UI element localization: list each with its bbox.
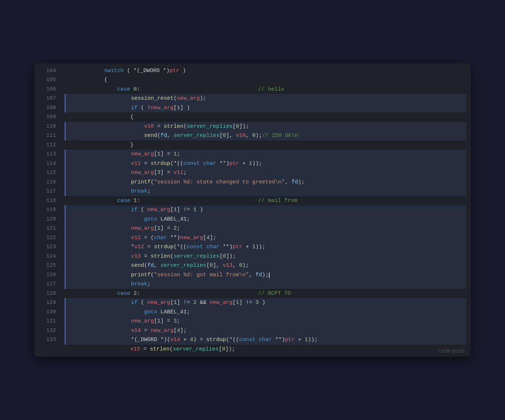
watermark: CSDN @z1r0. [438, 349, 466, 354]
line-number: 126 [39, 270, 56, 280]
line-number: 131 [39, 317, 56, 326]
code-line-118: case 1: // mail from [65, 196, 466, 206]
code-line-104: switch ( *(_DWORD *)ptr ) [65, 66, 466, 76]
line-number: 106 [39, 85, 56, 94]
line-number: 112 [39, 140, 56, 150]
code-line-121: new_arg[1] = 2; [65, 224, 466, 233]
line-number: 122 [39, 233, 56, 243]
code-container: 104 105 106 107 108 109 110 111 112 113 … [34, 63, 471, 357]
code-line-132: v14 = new_arg[4]; [65, 326, 466, 336]
line-number: 105 [39, 75, 56, 85]
code-line-134: v15 = strlen(server_replies[0]); [65, 345, 466, 354]
line-number: 133 [39, 335, 56, 345]
line-number: 109 [39, 112, 56, 122]
line-number: 111 [39, 131, 56, 140]
line-number: 120 [39, 215, 56, 224]
code-line-116: printf("session %d: state changed to gre… [65, 178, 466, 187]
line-number: 107 [39, 94, 56, 103]
line-number [39, 345, 56, 354]
code-line-133: *(_DWORD *)(v14 + 4) = strdup(*((const c… [65, 335, 466, 345]
code-line-131: new_arg[1] = 3; [65, 317, 466, 326]
code-line-109: { [65, 112, 466, 122]
code-line-128: case 2: // RCPT TO [65, 289, 466, 298]
line-number: 113 [39, 150, 56, 159]
code-line-120: goto LABEL_41; [65, 215, 466, 224]
line-numbers: 104 105 106 107 108 109 110 111 112 113 … [34, 66, 60, 354]
line-number: 118 [39, 196, 56, 206]
code-line-124: v13 = strlen(server_replies[0]); [65, 252, 466, 261]
code-line-111: send(fd, server_replies[0], v10, 0);// 2… [65, 131, 466, 140]
line-number: 129 [39, 298, 56, 308]
code-line-106: case 0: // hello [65, 85, 466, 94]
code-line-105: { [65, 75, 466, 85]
line-number: 119 [39, 205, 56, 215]
code-line-130: goto LABEL_41; [65, 308, 466, 317]
line-number: 104 [39, 66, 56, 76]
line-number: 125 [39, 261, 56, 270]
line-number: 121 [39, 224, 56, 233]
line-number: 108 [39, 103, 56, 113]
code-line-117: break; [65, 187, 466, 196]
line-number: 117 [39, 187, 56, 196]
code-line-127: break; [65, 280, 466, 289]
code-line-107: session_reset(new_arg); [65, 94, 466, 103]
code-line-119: if ( new_arg[1] != 1 ) [65, 205, 466, 215]
code-line-129: if ( new_arg[1] != 2 && new_arg[1] != 3 … [65, 298, 466, 308]
line-number: 127 [39, 280, 56, 289]
code-line-126: printf("session %d: got mail from\n", fd… [65, 270, 466, 280]
code-line-114: v11 = strdup(*((const char **)ptr + 1)); [65, 159, 466, 169]
editor-window: 104 105 106 107 108 109 110 111 112 113 … [34, 63, 471, 357]
code-line-112: } [65, 140, 466, 150]
code-lines[interactable]: switch ( *(_DWORD *)ptr ) { case 0: // h… [60, 66, 471, 354]
code-line-123: *v12 = strdup(*((const char **)ptr + 1))… [65, 242, 466, 252]
code-line-110: v10 = strlen(server_replies[0]); [65, 122, 466, 131]
line-number: 114 [39, 159, 56, 169]
code-line-125: send(fd, server_replies[0], v13, 0); [65, 261, 466, 270]
code-line-122: v12 = (char **)new_arg[4]; [65, 233, 466, 243]
line-number: 132 [39, 326, 56, 336]
code-line-115: new_arg[3] = v11; [65, 168, 466, 178]
line-number: 128 [39, 289, 56, 298]
line-number: 124 [39, 252, 56, 261]
line-number: 115 [39, 168, 56, 178]
line-number: 123 [39, 242, 56, 252]
line-number: 110 [39, 122, 56, 131]
line-number: 116 [39, 178, 56, 187]
code-line-108: if ( !new_arg[1] ) [65, 103, 466, 113]
code-line-113: new_arg[1] = 1; [65, 150, 466, 159]
line-number: 130 [39, 308, 56, 317]
